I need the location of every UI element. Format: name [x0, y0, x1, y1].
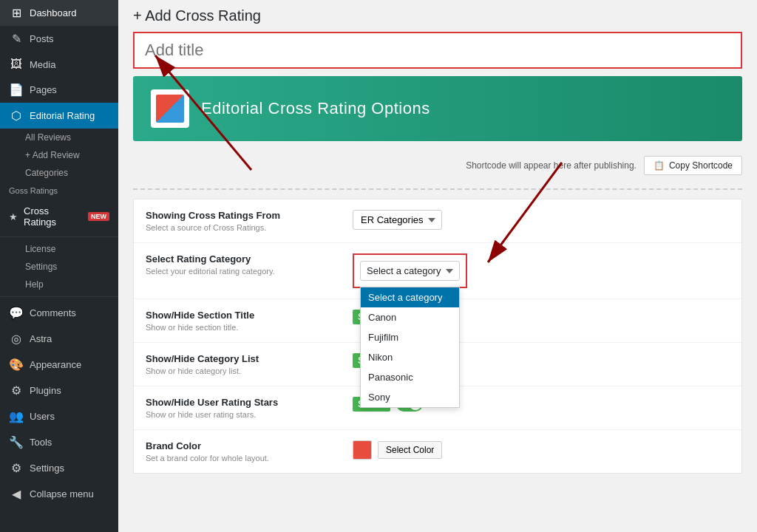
banner-title: Editorial Cross Rating Options — [201, 99, 430, 118]
astra-icon: ◎ — [9, 332, 24, 346]
shortcode-bar: Shortcode will appear here after publish… — [133, 150, 742, 181]
section-title-desc: Show or hide section title. — [146, 323, 353, 332]
sidebar-item-cross-ratings[interactable]: ★ Cross Ratings NEW — [0, 200, 118, 233]
user-rating-desc: Show or hide user rating stars. — [146, 410, 353, 419]
select-rating-control: Select a category Select a category Cano… — [353, 253, 730, 288]
user-rating-label-col: Show/Hide User Rating Stars Show or hide… — [146, 397, 353, 419]
pages-icon: 📄 — [9, 83, 24, 97]
collapse-icon: ◀ — [9, 487, 24, 501]
showing-cross-ratings-control: ER Categories Custom — [353, 210, 730, 230]
dashed-separator — [133, 188, 742, 190]
comments-icon: 💬 — [9, 306, 24, 320]
showing-cross-ratings-label: Showing Cross Ratings From — [146, 210, 353, 221]
brand-color-desc: Set a brand color for whole layout. — [146, 454, 353, 463]
sidebar: ⊞ Dashboard ✎ Posts 🖼 Media 📄 Pages ⬡ Ed… — [0, 0, 118, 532]
category-dropdown-list: Select a category Canon Fujifilm Nikon P… — [360, 287, 460, 408]
category-list-label-col: Show/Hide Category List Show or hide cat… — [146, 353, 353, 375]
copy-shortcode-button[interactable]: 📋 Copy Shortcode — [644, 156, 742, 175]
option-fujifilm[interactable]: Fujifilm — [361, 327, 459, 347]
select-color-button[interactable]: Select Color — [378, 441, 442, 459]
new-badge: NEW — [88, 212, 109, 221]
brand-color-control: Select Color — [353, 440, 730, 460]
sidebar-item-tools[interactable]: 🔧 Tools — [0, 429, 118, 455]
sidebar-item-posts[interactable]: ✎ Posts — [0, 26, 118, 52]
sidebar-sub-add-review[interactable]: + Add Review — [0, 146, 118, 164]
shortcode-note: Shortcode will appear here after publish… — [466, 160, 637, 171]
category-list-desc: Show or hide category list. — [146, 366, 353, 375]
plugins-icon: ⚙ — [9, 383, 24, 398]
category-dropdown-container: Select a category Select a category Cano… — [353, 253, 467, 288]
option-sony[interactable]: Sony — [361, 387, 459, 407]
sidebar-divider-1 — [0, 236, 118, 237]
dashboard-icon: ⊞ — [9, 6, 24, 20]
option-select-a-category[interactable]: Select a category — [361, 287, 459, 307]
posts-icon: ✎ — [9, 32, 24, 46]
editorial-rating-icon: ⬡ — [9, 109, 24, 123]
cross-ratings-icon: ★ — [9, 211, 18, 222]
sidebar-item-editorial-rating[interactable]: ⬡ Editorial Rating — [0, 103, 118, 129]
sidebar-item-dashboard[interactable]: ⊞ Dashboard — [0, 0, 118, 26]
category-dropdown[interactable]: Select a category — [360, 261, 460, 281]
brand-color-swatch[interactable] — [353, 440, 372, 460]
sidebar-item-media[interactable]: 🖼 Media — [0, 52, 118, 77]
showing-cross-ratings-desc: Select a source of Cross Ratings. — [146, 223, 353, 232]
appearance-icon: 🎨 — [9, 358, 24, 372]
sidebar-item-settings[interactable]: ⚙ Settings — [0, 455, 118, 481]
sidebar-goss-ratings-label: Goss Ratings — [0, 182, 118, 200]
settings-area: Showing Cross Ratings From Select a sour… — [133, 199, 742, 474]
sidebar-item-comments[interactable]: 💬 Comments — [0, 300, 118, 326]
sidebar-sub-help[interactable]: Help — [0, 276, 118, 293]
title-input[interactable] — [135, 33, 741, 67]
settings-icon: ⚙ — [9, 461, 24, 475]
editorial-banner: Editorial Cross Rating Options — [133, 76, 742, 141]
sidebar-item-plugins[interactable]: ⚙ Plugins — [0, 378, 118, 403]
brand-color-label-col: Brand Color Set a brand color for whole … — [146, 440, 353, 463]
section-title-label-col: Show/Hide Section Title Show or hide sec… — [146, 310, 353, 332]
banner-logo — [156, 95, 184, 123]
option-panasonic[interactable]: Panasonic — [361, 367, 459, 387]
copy-icon: 📋 — [654, 160, 665, 171]
option-nikon[interactable]: Nikon — [361, 347, 459, 367]
sidebar-item-collapse[interactable]: ◀ Collapse menu — [0, 481, 118, 507]
category-list-label: Show/Hide Category List — [146, 353, 353, 364]
sidebar-item-users[interactable]: 👥 Users — [0, 403, 118, 429]
brand-color-row: Brand Color Set a brand color for whole … — [134, 430, 741, 473]
sidebar-sub-settings[interactable]: Settings — [0, 258, 118, 276]
sidebar-sub-license[interactable]: License — [0, 240, 118, 258]
section-title-label: Show/Hide Section Title — [146, 310, 353, 321]
sidebar-sub-categories[interactable]: Categories — [0, 164, 118, 182]
er-categories-select[interactable]: ER Categories Custom — [353, 210, 442, 230]
option-canon[interactable]: Canon — [361, 307, 459, 327]
users-icon: 👥 — [9, 409, 24, 423]
sidebar-divider-2 — [0, 296, 118, 297]
showing-cross-ratings-label-col: Showing Cross Ratings From Select a sour… — [146, 210, 353, 232]
title-input-container — [133, 32, 742, 69]
sidebar-item-pages[interactable]: 📄 Pages — [0, 77, 118, 103]
main-panel: + Add Cross Rating Editorial Cross Ratin… — [118, 0, 757, 474]
banner-icon — [151, 89, 189, 128]
showing-cross-ratings-row: Showing Cross Ratings From Select a sour… — [134, 200, 741, 243]
main-content: + Add Cross Rating Editorial Cross Ratin… — [118, 0, 757, 532]
brand-color-label: Brand Color — [146, 440, 353, 451]
select-rating-category-row: Select Rating Category Select your edito… — [134, 243, 741, 299]
select-rating-desc: Select your editorial rating category. — [146, 267, 353, 276]
select-rating-label-col: Select Rating Category Select your edito… — [146, 253, 353, 276]
sidebar-sub-all-reviews[interactable]: All Reviews — [0, 129, 118, 146]
sidebar-item-appearance[interactable]: 🎨 Appearance — [0, 352, 118, 378]
media-icon: 🖼 — [9, 58, 24, 71]
sidebar-item-astra[interactable]: ◎ Astra — [0, 326, 118, 352]
user-rating-label: Show/Hide User Rating Stars — [146, 397, 353, 408]
page-title: + Add Cross Rating — [118, 0, 757, 32]
select-rating-label: Select Rating Category — [146, 253, 353, 265]
tools-icon: 🔧 — [9, 435, 24, 449]
